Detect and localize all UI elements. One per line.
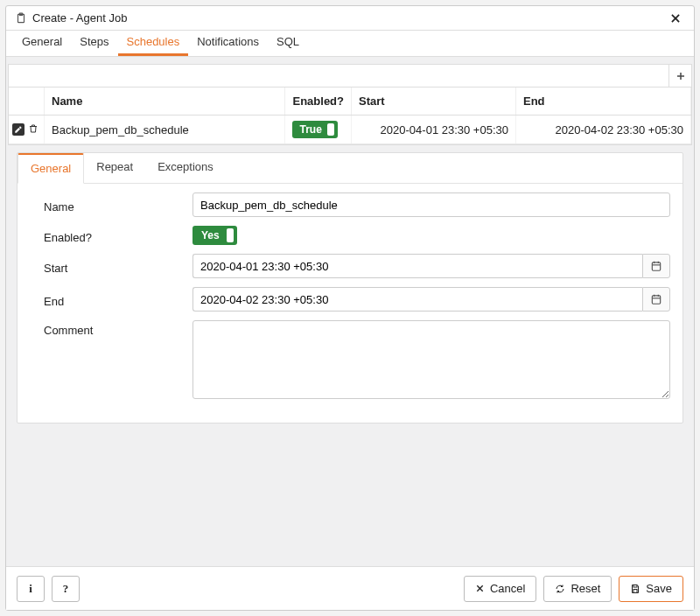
svg-rect-10 [652, 296, 660, 304]
enabled-switch[interactable]: Yes [192, 226, 237, 245]
row-name: Name [44, 192, 670, 217]
row-comment: Comment [44, 320, 670, 402]
reset-button[interactable]: Reset [543, 576, 612, 602]
col-actions [9, 88, 45, 116]
comment-textarea[interactable] [192, 320, 670, 399]
help-icon: ? [63, 582, 69, 596]
row-enabled: Enabled? Yes [44, 226, 670, 245]
schedules-grid: Name Enabled? Start End [8, 64, 692, 145]
sub-tab-general[interactable]: General [18, 153, 84, 184]
col-name: Name [45, 88, 285, 116]
calendar-icon [650, 260, 662, 272]
cell-name: Backup_pem_db_schedule [45, 116, 285, 144]
cancel-label: Cancel [490, 582, 525, 595]
calendar-icon [650, 293, 662, 305]
info-button[interactable]: i [17, 576, 45, 602]
sub-tab-repeat[interactable]: Repeat [84, 153, 145, 183]
info-icon: i [29, 582, 32, 596]
main-tabs: General Steps Schedules Notifications SQ… [6, 31, 694, 57]
create-agent-job-dialog: Create - Agent Job General Steps Schedul… [5, 5, 695, 611]
recycle-icon [555, 584, 565, 594]
save-button[interactable]: Save [619, 576, 683, 602]
enabled-toggle-label: True [299, 123, 321, 136]
label-enabled: Enabled? [44, 228, 192, 244]
name-input[interactable] [192, 192, 670, 217]
grid-toolbar [9, 65, 691, 88]
svg-rect-17 [634, 589, 637, 592]
enabled-switch-label: Yes [201, 229, 220, 242]
label-start: Start [44, 258, 192, 275]
tab-schedules[interactable]: Schedules [118, 30, 189, 56]
dialog-header: Create - Agent Job [6, 6, 694, 31]
row-actions [12, 123, 40, 136]
sub-tab-exceptions[interactable]: Exceptions [145, 153, 226, 183]
schedule-detail-panel: General Repeat Exceptions Name Enabled? … [17, 152, 683, 424]
row-start: Start [44, 254, 670, 278]
cell-start: 2020-04-01 23:30 +05:30 [352, 116, 516, 144]
schedules-pane: Name Enabled? Start End [6, 57, 694, 566]
cancel-button[interactable]: Cancel [464, 576, 536, 602]
tab-general[interactable]: General [13, 30, 71, 56]
enabled-toggle[interactable]: True [292, 121, 337, 138]
cell-enabled: True [285, 116, 352, 144]
table-row[interactable]: Backup_pem_db_schedule True 2020-04-01 2… [9, 116, 691, 144]
col-start: Start [352, 88, 516, 116]
col-enabled: Enabled? [285, 88, 352, 116]
svg-rect-16 [634, 584, 637, 587]
help-button[interactable]: ? [52, 576, 80, 602]
reset-label: Reset [570, 582, 600, 595]
cell-end: 2020-04-02 23:30 +05:30 [516, 116, 691, 144]
close-button[interactable] [666, 10, 685, 26]
start-datepicker-button[interactable] [642, 254, 670, 278]
schedule-form: Name Enabled? Yes Start [18, 184, 682, 423]
sub-tabs: General Repeat Exceptions [18, 153, 682, 184]
start-input[interactable] [192, 254, 642, 278]
toggle-knob [327, 123, 334, 136]
dialog-title: Create - Agent Job [32, 11, 127, 24]
label-end: End [44, 291, 192, 308]
close-icon [475, 584, 485, 593]
label-comment: Comment [44, 320, 192, 337]
add-row-button[interactable] [668, 65, 691, 87]
delete-row-icon[interactable] [28, 123, 40, 136]
tab-sql[interactable]: SQL [268, 30, 308, 56]
col-end: End [516, 88, 691, 116]
tab-steps[interactable]: Steps [71, 30, 117, 56]
tab-notifications[interactable]: Notifications [188, 30, 268, 56]
clipboard-icon [15, 12, 27, 24]
end-input[interactable] [192, 287, 642, 312]
switch-knob [227, 228, 234, 242]
label-name: Name [44, 197, 192, 214]
save-icon [630, 584, 640, 594]
svg-rect-6 [652, 262, 660, 270]
dialog-footer: i ? Cancel Reset Save [6, 566, 694, 610]
end-datepicker-button[interactable] [642, 287, 670, 312]
row-end: End [44, 287, 670, 312]
edit-row-icon[interactable] [12, 123, 24, 136]
save-label: Save [646, 582, 672, 595]
